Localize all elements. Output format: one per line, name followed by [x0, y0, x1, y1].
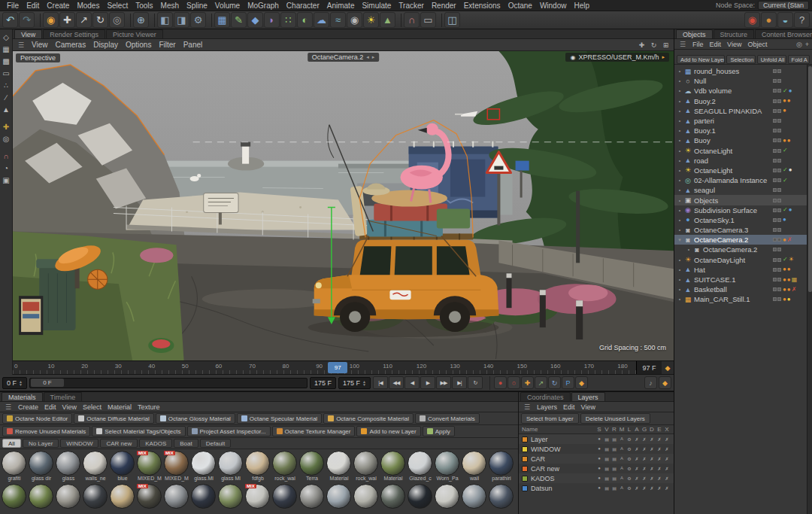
materials-menu-create[interactable]: Create: [15, 403, 41, 411]
volume-icon[interactable]: ☁: [314, 12, 329, 28]
editor-visibility-toggle[interactable]: [773, 69, 777, 73]
dot-orange-badge[interactable]: ●: [787, 266, 791, 272]
editor-visibility-toggle[interactable]: [773, 268, 777, 272]
tab-timeline[interactable]: Timeline: [44, 392, 83, 401]
layer-toggle-a[interactable]: ✗: [633, 485, 641, 491]
layer-toggle-m[interactable]: A: [618, 466, 626, 471]
menu-help[interactable]: Help: [570, 2, 593, 10]
editor-visibility-toggle[interactable]: [773, 119, 777, 123]
material-thumb[interactable]: glass: [56, 451, 81, 482]
workplane-lock-icon[interactable]: ▣: [1, 175, 12, 186]
render-visibility-toggle[interactable]: [777, 218, 781, 222]
layer-toggle-x[interactable]: ✗: [663, 436, 671, 442]
visibility-toggles[interactable]: [773, 79, 781, 83]
visibility-toggles[interactable]: [773, 297, 781, 301]
tree-row-seagul[interactable]: •▲seagul: [674, 185, 807, 195]
tree-row-buoy-1[interactable]: •▲Buoy.1: [674, 126, 807, 135]
autokeying-button[interactable]: ○: [508, 376, 520, 389]
layer-color-swatch[interactable]: [522, 456, 528, 462]
button-octane-specular-material[interactable]: Octane Specular Material: [237, 413, 322, 424]
dot-yellow-badge[interactable]: ●: [787, 297, 791, 303]
button-octane-composite-material[interactable]: Octane Composite Material: [323, 413, 414, 424]
visibility-toggles[interactable]: [773, 278, 781, 281]
tree-row-octanecamera-3[interactable]: •◙OctaneCamera.3: [674, 225, 807, 235]
tab-coordinates[interactable]: Coordinates: [520, 392, 571, 401]
timeline-ruler[interactable]: 0102030405060708090100110120130140150160…: [13, 361, 674, 375]
layer-toggle-e[interactable]: ✗: [656, 446, 663, 452]
tree-row-seagull-pinakida[interactable]: •▲SEAGULL PINAKIDA●: [674, 106, 807, 116]
material-thumb[interactable]: [353, 484, 379, 514]
render-visibility-toggle[interactable]: [777, 258, 781, 262]
snap-icon[interactable]: ∩: [1, 151, 12, 162]
generator-icon[interactable]: ◆: [247, 12, 263, 28]
current-end-frame-field[interactable]: 175 F ▲▼: [338, 377, 371, 389]
menu-mesh[interactable]: Mesh: [157, 2, 183, 10]
menu-tools[interactable]: Tools: [132, 2, 156, 10]
material-thumb[interactable]: [462, 484, 487, 514]
menu-mograph[interactable]: MoGraph: [244, 2, 283, 10]
layer-toggle-v[interactable]: ▤: [603, 436, 611, 442]
layer-toggle-v[interactable]: ▤: [603, 476, 611, 481]
light-icon[interactable]: ☀: [363, 12, 379, 28]
render-visibility-toggle[interactable]: [777, 149, 781, 153]
render-visibility-toggle[interactable]: [777, 119, 781, 123]
editor-visibility-toggle[interactable]: [773, 159, 777, 163]
primitive-cube-icon[interactable]: ▦: [214, 12, 230, 28]
camera-icon[interactable]: ◉: [347, 12, 362, 28]
tab-structure[interactable]: Structure: [714, 29, 755, 38]
visibility-toggles[interactable]: [773, 69, 781, 73]
tree-row-main-car-still-1[interactable]: •▦Main_CAR_Still.1●●: [674, 294, 807, 304]
layer-toggle-a[interactable]: ✗: [633, 446, 641, 452]
layer-toggle-d[interactable]: ✗: [648, 436, 656, 442]
layer-toggle-a[interactable]: ✗: [633, 456, 641, 461]
polygons-mode-icon[interactable]: ▲: [1, 104, 12, 115]
tab-objects[interactable]: Objects: [676, 29, 713, 38]
material-thumb[interactable]: Material: [326, 451, 352, 482]
layer-toggle-s[interactable]: ●: [595, 446, 603, 452]
materials-menu-select[interactable]: Select: [80, 403, 105, 411]
render-visibility-toggle[interactable]: [777, 278, 781, 281]
layer-toggle-m[interactable]: A: [618, 446, 626, 452]
button-octane-node-editor[interactable]: Octane Node Editor: [2, 413, 72, 424]
simulate-icon[interactable]: ≈: [330, 12, 346, 28]
viewport-menu-display[interactable]: Display: [89, 41, 122, 49]
objects-menu-view[interactable]: View: [724, 41, 744, 48]
button-remove-unused-materials[interactable]: Remove Unused Materials: [2, 426, 90, 436]
help-icon[interactable]: ?: [794, 12, 810, 28]
material-thumb[interactable]: glass dir: [29, 451, 54, 482]
workplane-mode-icon[interactable]: ▭: [1, 68, 12, 79]
scale-toggle-button[interactable]: ↗: [535, 376, 547, 389]
check-badge[interactable]: ✓: [783, 148, 788, 154]
editor-visibility-toggle[interactable]: [773, 228, 777, 232]
layer-toggle-s[interactable]: ●: [595, 466, 603, 471]
pla-toggle-button[interactable]: ◆: [575, 376, 588, 389]
texture-mode-icon[interactable]: ▩: [1, 56, 12, 67]
editor-visibility-toggle[interactable]: [773, 248, 777, 251]
layer-toggle-x[interactable]: ✗: [663, 476, 671, 481]
scrollbar-handle[interactable]: [808, 66, 812, 292]
editor-visibility-toggle[interactable]: [773, 199, 777, 202]
material-thumb[interactable]: MIX: [137, 484, 162, 514]
material-thumb[interactable]: [2, 484, 27, 514]
layer-color-swatch[interactable]: [522, 476, 528, 482]
visibility-toggles[interactable]: [773, 89, 781, 93]
render-visibility-toggle[interactable]: [777, 178, 781, 182]
layer-toggle-r[interactable]: ▤: [611, 456, 618, 461]
menu-tracker[interactable]: Tracker: [395, 2, 428, 10]
viewport-menu-panel[interactable]: Panel: [180, 41, 207, 49]
material-thumb[interactable]: glass.Ml: [191, 451, 217, 482]
dot-orange-badge[interactable]: ●: [783, 297, 786, 303]
visibility-toggles[interactable]: [773, 208, 781, 212]
position-toggle-button[interactable]: ✚: [521, 376, 534, 389]
layer-toggle-d[interactable]: ✗: [648, 456, 656, 461]
rotate-icon[interactable]: ↻: [92, 12, 108, 28]
timeline-playhead[interactable]: 97: [328, 362, 347, 373]
material-thumb[interactable]: MIXMIXED_M: [164, 451, 189, 482]
visibility-toggles[interactable]: [773, 218, 781, 222]
button-fold-a[interactable]: Fold A: [788, 55, 810, 64]
tab-render-settings[interactable]: Render Settings: [43, 29, 105, 38]
layer-toggle-m[interactable]: A: [618, 476, 626, 481]
tree-row-02-allamanda-instance[interactable]: •◎02-Allamanda Instance✓: [674, 175, 807, 185]
material-thumb[interactable]: Terra: [299, 451, 325, 482]
undo-icon[interactable]: ↶: [2, 12, 18, 28]
